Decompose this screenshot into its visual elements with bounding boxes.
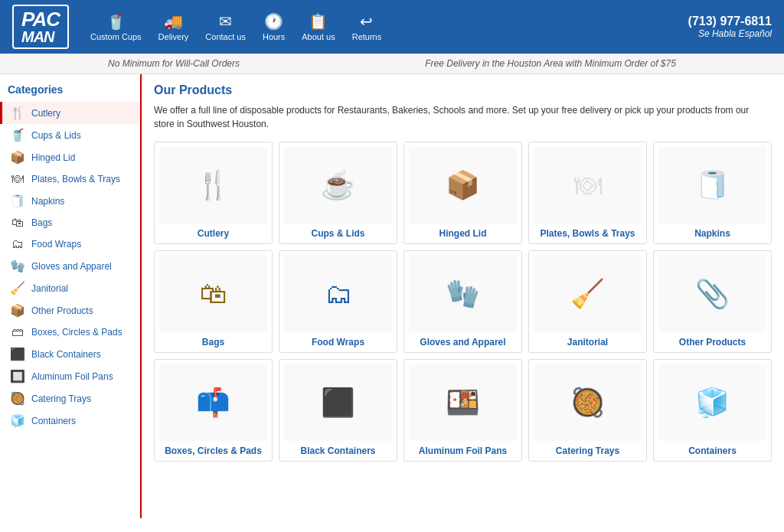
sidebar-item-napkins[interactable]: 🧻 Napkins [0,190,140,212]
contact-icon: ✉ [219,12,232,31]
product-catering-img: 🥘 [534,364,642,441]
product-foodwraps-img: 🗂 [284,256,392,332]
product-cups-lids[interactable]: ☕ Cups & Lids [279,142,397,244]
product-napkins-img: 🧻 [658,147,766,224]
product-catering[interactable]: 🥘 Catering Trays [528,359,647,462]
food-wraps-icon: 🗂 [10,237,25,251]
banner-left: No Minimum for Will-Call Orders [108,58,240,69]
bags-icon: 🛍 [10,216,25,230]
sidebar-title: Categories [0,80,140,102]
janitorial-icon: 🧹 [10,281,25,295]
product-bags-label: Bags [159,337,267,348]
product-other[interactable]: 📎 Other Products [653,250,772,353]
product-gloves-label: Gloves and Apparel [409,337,517,348]
sidebar-item-cups-lids[interactable]: 🥤 Cups & Lids [0,124,140,146]
promo-banner: No Minimum for Will-Call Orders Free Del… [0,54,784,74]
sidebar-item-janitorial[interactable]: 🧹 Janitorial [0,277,140,299]
product-plates-img: 🍽 [534,147,642,224]
product-cutlery-label: Cutlery [159,228,267,239]
sidebar-item-containers[interactable]: 🧊 Containers [0,410,140,432]
nav-returns[interactable]: ↩ Returns [346,9,388,44]
product-plates-label: Plates, Bowls & Trays [534,228,642,239]
main-layout: Categories 🍴 Cutlery 🥤 Cups & Lids 📦 Hin… [0,74,784,518]
spanish-label: Se Habla Español [688,28,772,39]
logo[interactable]: PAC MAN [12,5,69,49]
product-grid: 🍴 Cutlery ☕ Cups & Lids 📦 Hinged Lid 🍽 P… [154,142,772,462]
returns-icon: ↩ [360,12,373,31]
sidebar-item-plates[interactable]: 🍽 Plates, Bowls & Trays [0,168,140,190]
delivery-icon: 🚚 [164,12,183,31]
product-aluminum-img: 🍱 [409,364,517,441]
product-napkins[interactable]: 🧻 Napkins [653,142,772,244]
sidebar-item-black-containers[interactable]: ⬛ Black Containers [0,343,140,365]
boxes-icon: 🗃 [10,325,25,339]
product-bags[interactable]: 🛍 Bags [154,250,273,353]
plates-icon: 🍽 [10,172,25,186]
product-cups-label: Cups & Lids [284,228,392,239]
product-black-containers[interactable]: ⬛ Black Containers [279,359,397,462]
product-janitorial-label: Janitorial [534,337,642,348]
sidebar-item-bags[interactable]: 🛍 Bags [0,212,140,233]
sidebar-item-food-wraps[interactable]: 🗂 Food Wraps [0,233,140,255]
product-hinged-img: 📦 [409,147,517,224]
hours-icon: 🕐 [264,12,283,31]
product-gloves-img: 🧤 [409,256,517,332]
intro-text: We offer a full line of disposable produ… [154,103,772,131]
category-sidebar: Categories 🍴 Cutlery 🥤 Cups & Lids 📦 Hin… [0,74,142,518]
main-content: Our Products We offer a full line of dis… [142,74,784,518]
sidebar-item-gloves[interactable]: 🧤 Gloves and Apparel [0,255,140,277]
about-icon: 📋 [309,12,328,31]
product-boxes-label: Boxes, Circles & Pads [159,446,267,456]
sidebar-item-hinged-lid[interactable]: 📦 Hinged Lid [0,146,140,168]
product-other-img: 📎 [658,256,766,332]
product-bags-img: 🛍 [159,256,267,332]
product-napkins-label: Napkins [658,228,766,239]
nav-delivery[interactable]: 🚚 Delivery [152,9,195,44]
containers-icon: 🧊 [10,413,25,428]
product-black-img: ⬛ [284,364,392,441]
sidebar-item-aluminum[interactable]: 🔲 Aluminum Foil Pans [0,365,140,387]
product-janitorial-img: 🧹 [534,256,642,332]
sidebar-item-other[interactable]: 📦 Other Products [0,299,140,321]
product-boxes-img: 📫 [159,364,267,441]
product-foodwraps-label: Food Wraps [284,337,392,348]
product-aluminum-label: Aluminum Foil Pans [409,446,517,456]
product-hinged[interactable]: 📦 Hinged Lid [403,142,522,244]
cups-icon: 🥤 [10,128,25,142]
logo-man: MAN [21,29,60,44]
aluminum-icon: 🔲 [10,369,25,383]
product-other-label: Other Products [658,337,766,348]
product-plates[interactable]: 🍽 Plates, Bowls & Trays [528,142,647,244]
black-containers-icon: ⬛ [10,347,25,361]
product-cups-img: ☕ [284,147,392,224]
logo-pac: PAC [21,9,60,29]
product-cutlery[interactable]: 🍴 Cutlery [154,142,273,244]
banner-right: Free Delivery in the Houston Area with M… [425,58,676,69]
nav-hours[interactable]: 🕐 Hours [256,9,291,44]
product-aluminum[interactable]: 🍱 Aluminum Foil Pans [403,359,522,462]
page-title: Our Products [154,83,772,97]
product-boxes[interactable]: 📫 Boxes, Circles & Pads [154,359,273,462]
sidebar-item-catering[interactable]: 🥘 Catering Trays [0,387,140,410]
product-containers-label: Containers [658,446,766,456]
nav-custom-cups[interactable]: 🥤 Custom Cups [84,9,148,44]
contact-info: (713) 977-6811 Se Habla Español [688,15,772,39]
product-food-wraps[interactable]: 🗂 Food Wraps [279,250,397,353]
product-janitorial[interactable]: 🧹 Janitorial [528,250,647,353]
cutlery-icon: 🍴 [10,106,25,120]
gloves-icon: 🧤 [10,259,25,273]
other-icon: 📦 [10,303,25,318]
product-containers[interactable]: 🧊 Containers [653,359,772,462]
napkins-icon: 🧻 [10,194,25,208]
sidebar-item-cutlery[interactable]: 🍴 Cutlery [0,102,140,124]
product-catering-label: Catering Trays [534,446,642,456]
nav-about[interactable]: 📋 About us [296,9,341,44]
sidebar-item-boxes[interactable]: 🗃 Boxes, Circles & Pads [0,321,140,343]
custom-cups-icon: 🥤 [106,12,126,31]
catering-icon: 🥘 [10,391,25,406]
product-gloves[interactable]: 🧤 Gloves and Apparel [403,250,522,353]
nav-contact[interactable]: ✉ Contact us [199,9,252,44]
product-black-label: Black Containers [284,446,392,456]
phone-number[interactable]: (713) 977-6811 [688,15,772,28]
hinged-lid-icon: 📦 [10,150,25,165]
